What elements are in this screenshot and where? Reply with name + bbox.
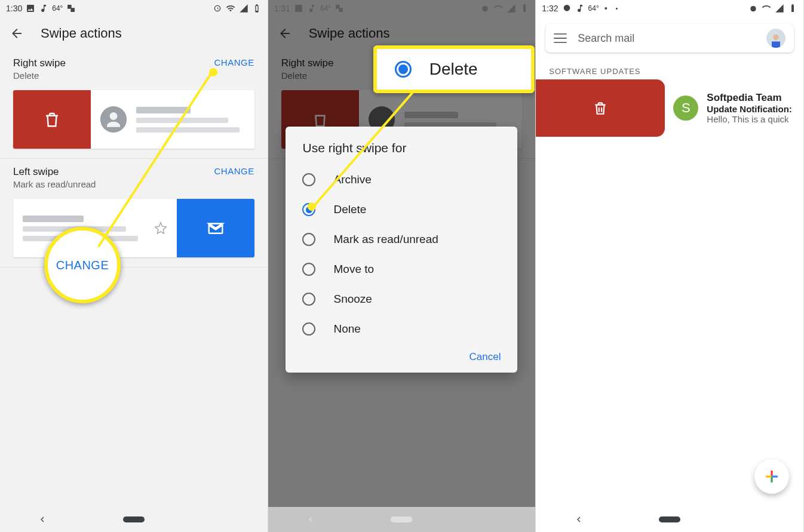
email-subject: Update Notification: — [707, 104, 795, 114]
radio-option-none[interactable]: None — [286, 314, 517, 344]
email-row-swiping[interactable]: S Softpedia Team Update Notification: He… — [536, 79, 803, 137]
music-icon — [575, 4, 585, 13]
radio-label: Snooze — [333, 293, 372, 306]
email-content: S Softpedia Team Update Notification: He… — [665, 79, 803, 137]
svg-point-5 — [604, 7, 607, 10]
inbox-section-label: SOFTWARE UPDATES — [536, 61, 803, 79]
left-swipe-change-button[interactable]: CHANGE — [214, 166, 254, 176]
profile-avatar[interactable] — [766, 29, 785, 48]
voice-icon — [603, 4, 612, 13]
nav-home-pill[interactable] — [391, 516, 412, 522]
search-bar-container: Search mail — [536, 17, 803, 61]
svg-rect-8 — [772, 42, 780, 48]
svg-point-1 — [110, 112, 118, 120]
alarm-icon — [748, 4, 758, 13]
nav-home-pill[interactable] — [123, 516, 145, 522]
svg-point-4 — [563, 5, 570, 11]
right-swipe-title: Right swipe — [13, 57, 66, 69]
placeholder-line — [23, 216, 84, 222]
image-icon — [26, 4, 35, 13]
radio-icon — [302, 173, 315, 186]
radio-icon-selected — [395, 61, 412, 78]
menu-icon[interactable] — [554, 33, 567, 43]
status-time: 1:32 — [542, 4, 558, 13]
weather-indicator: 64° — [52, 4, 63, 13]
right-swipe-preview — [13, 90, 254, 149]
wifi-icon — [762, 4, 771, 13]
highlight-delete-label: Delete — [429, 60, 478, 79]
radio-label: Mark as read/unread — [333, 233, 438, 246]
highlight-change-label: CHANGE — [56, 259, 109, 272]
screen-swipe-settings: 1:30 64° Swipe actions Right swipe Delet… — [0, 0, 268, 532]
back-arrow-icon[interactable] — [10, 26, 24, 41]
wifi-icon — [226, 4, 235, 13]
page-title: Swipe actions — [41, 26, 122, 41]
radio-option-archive[interactable]: Archive — [286, 165, 517, 195]
radio-label: Move to — [333, 263, 374, 276]
app-bar: Swipe actions — [0, 17, 268, 50]
screen-gmail-inbox: 1:32 64° • Search mail SOFTWARE UPDATES — [536, 0, 804, 532]
nav-back-icon[interactable] — [38, 515, 47, 524]
sender-avatar: S — [673, 96, 698, 121]
email-snippet: Hello, This is a quick — [707, 114, 795, 124]
left-swipe-value: Mark as read/unread — [13, 179, 96, 189]
star-icon — [154, 222, 167, 235]
status-bar: 1:30 64° — [0, 0, 268, 17]
swipe-action-dialog: Use right swipe for Archive Delete Mark … — [286, 127, 517, 373]
radio-icon — [302, 233, 315, 246]
email-sender: Softpedia Team — [707, 92, 795, 104]
messenger-icon — [562, 4, 572, 13]
status-bar: 1:32 64° • — [536, 0, 803, 17]
highlight-delete-rect: Delete — [373, 45, 535, 93]
music-icon — [39, 4, 48, 13]
left-swipe-section: Left swipe Mark as read/unread CHANGE — [0, 159, 268, 267]
right-swipe-change-button[interactable]: CHANGE — [214, 57, 254, 67]
radio-option-move-to[interactable]: Move to — [286, 254, 517, 284]
envelope-icon — [207, 219, 225, 237]
placeholder-line — [136, 107, 191, 113]
placeholder-line — [136, 127, 240, 133]
status-time: 1:30 — [6, 4, 22, 13]
cancel-button[interactable]: Cancel — [469, 351, 501, 363]
mark-read-action-preview — [177, 199, 254, 257]
translate-icon — [66, 4, 76, 13]
delete-action-preview — [13, 90, 91, 149]
signal-icon — [239, 4, 248, 13]
radio-icon — [302, 322, 315, 336]
email-preview-content — [91, 90, 254, 149]
radio-icon — [302, 263, 315, 276]
highlight-change-bubble: CHANGE — [44, 227, 121, 303]
svg-point-7 — [773, 35, 778, 40]
connector-dot — [308, 202, 316, 211]
right-swipe-section: Right swipe Delete CHANGE — [0, 50, 268, 159]
right-swipe-value: Delete — [13, 70, 66, 81]
battery-icon — [788, 4, 797, 13]
trash-icon — [43, 110, 61, 128]
trash-icon — [593, 100, 608, 116]
nav-bar — [0, 507, 268, 532]
weather-indicator: 64° — [588, 4, 599, 13]
battery-icon — [252, 4, 262, 13]
dialog-title: Use right swipe for — [286, 141, 517, 165]
screen-swipe-dialog: 1:31 64° Swipe actions Right swipe Delet… — [268, 0, 536, 532]
svg-point-6 — [750, 6, 756, 11]
radio-option-mark-read[interactable]: Mark as read/unread — [286, 225, 517, 254]
radio-label: Delete — [333, 203, 366, 216]
nav-back-icon[interactable] — [574, 515, 584, 524]
nav-back-icon[interactable] — [306, 515, 315, 524]
compose-fab[interactable] — [754, 459, 789, 494]
nav-home-pill[interactable] — [659, 516, 680, 522]
radio-label: None — [333, 322, 360, 336]
swipe-delete-reveal — [536, 79, 665, 137]
radio-icon — [302, 293, 315, 306]
search-bar[interactable]: Search mail — [545, 24, 794, 53]
nav-bar — [268, 507, 536, 532]
alarm-icon — [213, 4, 222, 13]
left-swipe-title: Left swipe — [13, 166, 96, 178]
nav-bar — [536, 507, 803, 532]
search-placeholder: Search mail — [578, 32, 756, 45]
avatar-icon — [100, 106, 127, 133]
radio-option-snooze[interactable]: Snooze — [286, 284, 517, 314]
signal-icon — [775, 4, 784, 13]
plus-icon — [764, 469, 780, 484]
